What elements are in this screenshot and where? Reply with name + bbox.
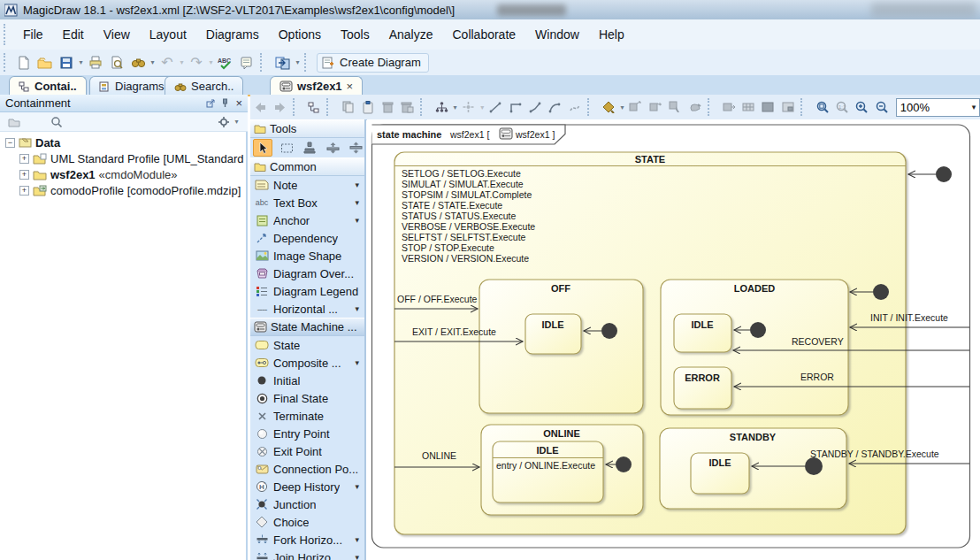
new-project-button[interactable] [13,53,34,73]
spell-check-button[interactable]: ABC [215,53,236,73]
expand-expander[interactable]: + [19,186,29,196]
palette-item-connection-point[interactable]: Connection Po... [250,460,364,478]
dock-tab-search[interactable]: Search.. [165,76,243,96]
layout-tree-button[interactable] [432,97,451,117]
menu-tools[interactable]: Tools [331,24,379,45]
swimlane-vertical-tool[interactable] [347,140,364,156]
quick-layout-dropdown-arrow[interactable]: ▾ [479,104,486,111]
menu-options[interactable]: Options [269,24,331,45]
delete-from-model-button[interactable] [397,97,417,117]
create-diagram-button[interactable]: Create Diagram [317,53,429,73]
initial-node-standby[interactable] [805,457,823,475]
dropdown-arrow-icon[interactable]: ▾ [355,198,364,207]
selection-cursor-tool[interactable] [253,139,272,157]
settings-dropdown-arrow[interactable]: ▾ [233,118,241,126]
dock-tab-containment[interactable]: Contai.. [9,76,87,96]
symbol-properties-button[interactable] [599,97,618,117]
palette-item-entry-point[interactable]: Entry Point [250,425,364,442]
stamp-tool[interactable] [301,140,318,156]
zoom-actual-size-button[interactable]: 1:1 [832,97,852,117]
line-style-rectilinear-button[interactable] [506,97,525,117]
back-button[interactable] [250,97,270,117]
palette-item-exit-point[interactable]: Exit Point [250,442,364,460]
initial-node-loaded-idle[interactable] [750,322,766,338]
palette-item-final-state[interactable]: Final State [250,389,364,407]
paste-button[interactable] [358,97,378,117]
open-project-button[interactable] [34,53,56,73]
palette-item-initial[interactable]: Initial [250,372,364,389]
zoom-level-combo[interactable]: 100% ▾ [896,98,980,117]
dropdown-arrow-icon[interactable]: ▾ [355,216,364,225]
menu-window[interactable]: Window [525,24,589,45]
zoom-dropdown-arrow[interactable]: ▾ [972,103,976,111]
menu-edit[interactable]: Edit [53,24,94,45]
palette-item-text-box[interactable]: abc Text Box ▾ [250,194,364,211]
palette-item-terminate[interactable]: Terminate [250,407,364,425]
redo-dropdown-arrow[interactable]: ▾ [207,58,215,66]
palette-section-tools[interactable]: Tools [250,119,364,138]
layout-dropdown-arrow[interactable]: ▾ [451,104,458,111]
pin-panel-icon[interactable] [221,98,229,108]
tree-item-data[interactable]: − Data [0,134,246,150]
copy-button[interactable] [339,97,358,117]
line-style-curved-button[interactable] [545,97,564,117]
maximize-diagram-button[interactable] [759,97,778,117]
fit-window-button[interactable] [719,97,739,117]
line-style-oblique-button[interactable] [525,97,545,117]
favorites-star-icon[interactable] [25,112,46,132]
save-dropdown-arrow[interactable]: ▾ [77,58,85,66]
initial-node-top[interactable] [936,166,952,182]
display-inner-elements-button[interactable] [646,97,665,117]
dock-tab-diagrams[interactable]: Diagrams [89,76,174,96]
collapse-expander[interactable]: − [5,138,15,148]
menu-view[interactable]: View [94,24,140,45]
zoom-in-button[interactable] [852,97,871,117]
save-button[interactable] [56,53,77,73]
display-related-elements-button[interactable] [626,97,646,117]
float-panel-icon[interactable] [206,99,215,108]
palette-item-diagram-overview[interactable]: Diagram Over... [250,265,364,282]
dropdown-arrow-icon[interactable]: ▾ [355,553,364,560]
palette-item-anchor[interactable]: Anchor ▾ [250,211,364,229]
palette-item-join-horizontal[interactable]: Join Horizo... ▾ [250,548,364,560]
menu-file[interactable]: File [13,24,53,45]
palette-item-fork-horizontal[interactable]: Fork Horizo... ▾ [250,531,364,548]
menu-collaborate[interactable]: Collaborate [442,24,525,45]
zoom-region-button[interactable] [813,97,832,117]
dropdown-arrow-icon[interactable]: ▾ [355,535,364,544]
palette-item-junction[interactable]: Junction [250,495,364,513]
delete-button[interactable] [378,97,397,117]
palette-section-common[interactable]: Common [250,157,364,176]
comments-button[interactable] [236,53,257,73]
transfer-dropdown-arrow[interactable]: ▾ [294,58,302,66]
palette-item-diagram-legend[interactable]: Diagram Legend [250,282,364,300]
marquee-select-tool[interactable] [278,140,295,156]
forward-button[interactable] [270,97,289,117]
diagram-canvas[interactable]: state machine wsf2ex1 [ wsf2ex1 ] STATE … [367,119,980,560]
palette-item-note[interactable]: Note ▾ [250,176,364,194]
settings-gear-icon[interactable] [218,116,230,128]
dropdown-arrow-icon[interactable]: ▾ [355,482,364,491]
select-in-containment-tree-button[interactable] [304,97,324,117]
menu-diagrams[interactable]: Diagrams [196,24,269,45]
menu-analyze[interactable]: Analyze [379,24,443,45]
palette-item-dependency[interactable]: Dependency [250,229,364,247]
undo-dropdown-arrow[interactable]: ▾ [178,58,186,66]
palette-item-horizontal-separator[interactable]: ---- Horizontal ... ▾ [250,300,364,318]
tree-item-wsf2ex1[interactable]: + wsf2ex1 «cmdoModule» [0,166,246,182]
paint-mode-button[interactable] [685,97,705,117]
initial-node-loaded[interactable] [873,284,889,300]
palette-section-state-machine[interactable]: State Machine ... [250,318,364,336]
menu-help[interactable]: Help [589,24,634,45]
expand-expander[interactable]: + [19,154,29,164]
dropdown-arrow-icon[interactable]: ▾ [355,180,364,189]
dropdown-arrow-icon[interactable]: ▾ [355,304,364,313]
zoom-out-button[interactable] [872,97,892,117]
palette-item-image-shape[interactable]: Image Shape [250,247,364,265]
refresh-selection-button[interactable] [665,97,685,117]
palette-item-choice[interactable]: Choice [250,513,364,531]
palette-item-deep-history[interactable]: H* Deep History ▾ [250,478,364,495]
quick-search-icon[interactable] [46,112,67,132]
menu-layout[interactable]: Layout [140,24,196,45]
symbol-properties-dropdown-arrow[interactable]: ▾ [618,104,625,111]
